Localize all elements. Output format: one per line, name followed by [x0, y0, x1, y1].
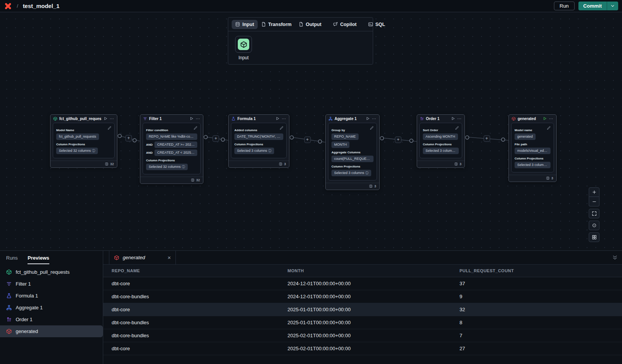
- sidebar-item-aggregate-1[interactable]: Aggregate 1: [0, 302, 103, 314]
- add-node-plus-button[interactable]: +: [484, 135, 490, 142]
- preview-tab-generated[interactable]: generated ×: [109, 251, 176, 265]
- zoom-controls: [589, 187, 599, 242]
- add-node-plus-button[interactable]: +: [395, 136, 401, 143]
- ellipsis-menu-icon[interactable]: ⋯: [282, 117, 286, 120]
- value-pill: fct_github_pull_requests: [56, 133, 99, 140]
- sidebar-item-generated[interactable]: generated: [0, 325, 103, 337]
- add-node-plus-button[interactable]: +: [213, 135, 219, 142]
- sidebar-item-fct-github-pull-requests[interactable]: fct_github_pull_requests: [0, 266, 103, 278]
- palette-tab-input[interactable]: Input: [232, 20, 258, 29]
- node-config-card: Model namegeneratedFile pathmodels/visua…: [511, 123, 554, 172]
- play-icon[interactable]: [103, 116, 108, 121]
- value-pill: Selected 3 columnsⓘ: [234, 148, 274, 154]
- table-cell: 37: [451, 281, 622, 286]
- play-icon[interactable]: [189, 116, 194, 121]
- column-count: 3: [551, 176, 553, 180]
- table-cell: dbt-core-bundles: [103, 320, 279, 325]
- table-cell: 2024-12-01T00:00:00+00:00: [279, 281, 451, 286]
- file-icon: [261, 22, 266, 27]
- node-fct-github-pull-requests[interactable]: fct_github_pull_requests⋯Model Namefct_g…: [50, 114, 117, 168]
- close-icon[interactable]: ×: [167, 254, 171, 261]
- edit-pencil-icon[interactable]: [107, 126, 112, 130]
- pill-row: Selected 3 columnsⓘ: [515, 162, 551, 168]
- node-footer: 3: [326, 183, 379, 190]
- edit-pencil-icon[interactable]: [455, 126, 459, 130]
- palette-tab-transform[interactable]: Transform: [258, 20, 295, 29]
- ellipsis-menu-icon[interactable]: ⋯: [196, 117, 200, 120]
- value-pill: DATE_TRUNC('MONTH', CREATED_AT…: [234, 133, 283, 140]
- topbar: / test_model_1 Run Commit: [0, 0, 622, 12]
- play-icon[interactable]: [542, 116, 547, 121]
- pill-row: Selected 32 columnsⓘ: [56, 148, 111, 154]
- node-order-1[interactable]: Order 1⋯Sort OrderAscending MONTHColumn …: [417, 114, 465, 168]
- zoom-in-button[interactable]: [589, 187, 599, 197]
- palette-item-input[interactable]: Input: [234, 36, 253, 60]
- edit-pencil-icon[interactable]: [193, 126, 198, 130]
- minus-icon: [592, 199, 597, 204]
- tab-runs[interactable]: Runs: [6, 255, 18, 264]
- value-pill: Selected 32 columnsⓘ: [56, 148, 98, 154]
- pill-row: generated: [515, 133, 551, 140]
- node-footer: 3: [229, 161, 289, 167]
- card-section-label: Column Projections: [56, 143, 111, 146]
- zoom-out-button[interactable]: [589, 197, 599, 206]
- edit-pencil-icon[interactable]: [279, 126, 284, 130]
- node-title: Order 1: [426, 117, 449, 121]
- preview-sidebar: RunsPreviews fct_github_pull_requestsFil…: [0, 251, 103, 364]
- add-node-plus-button[interactable]: +: [304, 136, 311, 143]
- tab-previews[interactable]: Previews: [28, 255, 49, 264]
- node-aggregate-1[interactable]: Aggregate 1⋯Group byREPO_NAMEMONTHAggreg…: [325, 114, 380, 190]
- node-title: generated: [518, 117, 541, 121]
- edit-pencil-icon[interactable]: [370, 126, 374, 130]
- palette-tab-copilot[interactable]: Copilot: [330, 20, 360, 29]
- ellipsis-menu-icon[interactable]: ⋯: [549, 117, 554, 120]
- ellipsis-menu-icon[interactable]: ⋯: [457, 117, 462, 120]
- value-pill: Selected 32 columnsⓘ: [146, 164, 188, 170]
- graph-canvas[interactable]: InputTransformOutputCopilotSQL Input fct…: [0, 12, 622, 250]
- palette-tab-output[interactable]: Output: [295, 20, 325, 29]
- plus-icon: [592, 190, 597, 195]
- value-pill: count(PULL_REQUEST_NUMBER) as …: [331, 156, 374, 162]
- node-formula-1[interactable]: Formula 1⋯Added columnsDATE_TRUNC('MONTH…: [228, 114, 289, 168]
- filter-icon: [143, 117, 147, 121]
- columns-icon: [279, 162, 283, 166]
- dbt-logo-icon[interactable]: [4, 2, 12, 10]
- file-icon: [299, 22, 304, 27]
- play-icon[interactable]: [275, 116, 280, 121]
- play-icon[interactable]: [365, 116, 370, 121]
- sidebar-item-formula-1[interactable]: Formula 1: [0, 290, 103, 302]
- pill-row: models/visual_editor: [515, 148, 551, 154]
- columns-icon: [191, 178, 195, 182]
- commit-dropdown-button[interactable]: [607, 2, 618, 10]
- play-icon[interactable]: [451, 116, 455, 121]
- cube-icon: [53, 117, 57, 121]
- palette-tab-sql[interactable]: SQL: [365, 20, 389, 29]
- info-icon: ⓘ: [549, 163, 551, 167]
- layout-grid-button[interactable]: [589, 232, 599, 242]
- fit-view-button[interactable]: [589, 209, 599, 218]
- sidebar-item-filter-1[interactable]: Filter 1: [0, 278, 103, 290]
- ellipsis-menu-icon[interactable]: ⋯: [110, 117, 114, 120]
- ellipsis-menu-icon[interactable]: ⋯: [372, 117, 377, 120]
- columns-icon: [105, 162, 109, 166]
- add-node-plus-button[interactable]: +: [125, 135, 132, 141]
- edit-pencil-icon[interactable]: [547, 126, 551, 130]
- node-generated[interactable]: generated⋯Model namegeneratedFile pathmo…: [508, 114, 557, 182]
- palette-tab-label: Copilot: [340, 22, 357, 27]
- input-node-icon-bg: [238, 39, 249, 50]
- palette-tab-label: Transform: [268, 22, 292, 27]
- card-section-label: Filter condition: [146, 128, 197, 132]
- table-cell: dbt-core: [103, 281, 279, 286]
- locate-button[interactable]: [589, 221, 599, 230]
- table-cell: dbt-core: [103, 307, 279, 312]
- info-icon: ⓘ: [268, 149, 272, 153]
- double-chevron-down-icon[interactable]: [612, 255, 618, 260]
- card-section-label: Column Projections: [423, 143, 459, 146]
- table-row: dbt-core2024-12-01T00:00:00+00:0037: [103, 277, 622, 290]
- run-button[interactable]: Run: [554, 2, 575, 10]
- sidebar-item-order-1[interactable]: Order 1: [0, 314, 103, 325]
- node-filter-1[interactable]: Filter 1⋯Filter conditionREPO_NAME like …: [140, 114, 203, 184]
- commit-button[interactable]: Commit: [578, 2, 607, 10]
- value-pill: REPO_NAME like %dbt-core%: [146, 133, 197, 140]
- node-title: Formula 1: [237, 117, 273, 121]
